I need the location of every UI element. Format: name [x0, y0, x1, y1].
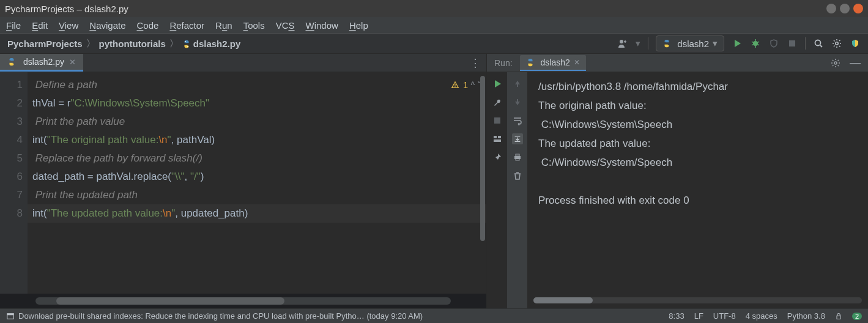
python-file-icon: [182, 40, 191, 48]
minimize-icon[interactable]: [826, 4, 836, 13]
chevron-right-icon: 〉: [169, 38, 179, 50]
status-bar: Download pre-built shared indexes: Reduc…: [0, 308, 868, 323]
caret-position[interactable]: 8:33: [669, 311, 684, 321]
svg-point-3: [753, 41, 758, 46]
down-arrow-icon[interactable]: [512, 97, 523, 108]
warning-icon: [451, 81, 459, 89]
svg-rect-8: [455, 86, 456, 87]
layout-icon[interactable]: [492, 133, 503, 144]
menu-code[interactable]: Code: [135, 19, 161, 32]
editor-tabs: dslash2.py ✕ ⋮: [0, 54, 486, 72]
soft-wrap-icon[interactable]: [512, 115, 523, 126]
up-arrow-icon[interactable]: [512, 78, 523, 89]
stop-icon[interactable]: [492, 115, 503, 126]
chevron-right-icon: 〉: [86, 38, 95, 50]
svg-point-9: [834, 62, 837, 64]
python-file-icon: [7, 58, 16, 66]
menu-refactor[interactable]: Refactor: [167, 19, 207, 32]
hide-panel-icon[interactable]: —: [850, 58, 861, 69]
close-tab-icon[interactable]: ✕: [69, 58, 76, 67]
editor-tab-active[interactable]: dslash2.py ✕: [0, 54, 83, 72]
stop-button[interactable]: [787, 38, 798, 49]
svg-point-2: [620, 40, 623, 43]
chevron-down-icon: ▾: [713, 38, 718, 49]
menu-vcs[interactable]: VCS: [273, 19, 297, 32]
svg-point-1: [187, 46, 188, 47]
breadcrumb[interactable]: PycharmProjects 〉 pythontutorials 〉 dsla…: [7, 38, 240, 50]
settings-gear-icon[interactable]: [831, 38, 842, 49]
svg-rect-7: [455, 84, 456, 86]
svg-rect-17: [516, 154, 519, 156]
menu-window[interactable]: Window: [303, 19, 341, 32]
run-button[interactable]: [732, 38, 743, 49]
run-toolbar: [487, 72, 527, 308]
breadcrumb-folder[interactable]: pythontutorials: [99, 39, 166, 49]
close-run-tab-icon[interactable]: ✕: [574, 58, 580, 67]
svg-rect-14: [517, 84, 518, 87]
python-interpreter[interactable]: Python 3.8: [787, 311, 825, 321]
run-horizontal-scrollbar[interactable]: [533, 297, 862, 303]
window-title: PycharmProjects – dslash2.py: [5, 4, 826, 14]
svg-rect-18: [516, 158, 519, 160]
svg-rect-13: [494, 139, 501, 142]
svg-rect-12: [498, 136, 501, 138]
shield-icon[interactable]: [850, 38, 861, 49]
menu-view[interactable]: View: [56, 19, 81, 32]
search-everywhere-icon[interactable]: [813, 38, 824, 49]
print-icon[interactable]: [512, 152, 523, 163]
debug-button[interactable]: [750, 38, 761, 49]
line-separator[interactable]: LF: [694, 311, 703, 321]
svg-rect-4: [789, 40, 795, 46]
editor-horizontal-scrollbar[interactable]: [35, 297, 451, 305]
notifications-badge[interactable]: 2: [852, 313, 862, 320]
breadcrumb-root[interactable]: PycharmProjects: [7, 39, 83, 49]
user-add-icon[interactable]: [617, 38, 628, 49]
run-header: Run: dslash2 ✕ —: [487, 54, 868, 72]
menu-navigate[interactable]: Navigate: [87, 19, 128, 32]
run-config-selector[interactable]: dslash2 ▾: [656, 35, 724, 51]
close-window-icon[interactable]: [853, 4, 863, 13]
svg-point-6: [836, 42, 838, 45]
svg-point-0: [185, 40, 186, 42]
trash-icon[interactable]: [512, 170, 523, 181]
lock-icon[interactable]: [835, 313, 842, 320]
wrench-icon[interactable]: [492, 97, 503, 108]
menu-help[interactable]: Help: [347, 19, 371, 32]
navigation-bar: PycharmProjects 〉 pythontutorials 〉 dsla…: [0, 33, 868, 54]
menubar: File Edit View Navigate Code Refactor Ru…: [0, 17, 868, 33]
titlebar: PycharmProjects – dslash2.py: [0, 0, 868, 17]
svg-rect-20: [7, 313, 14, 315]
run-tab[interactable]: dslash2 ✕: [520, 55, 586, 71]
more-vertical-icon[interactable]: ⋮: [469, 58, 480, 69]
run-label: Run:: [494, 58, 513, 68]
editor-vertical-scrollbar[interactable]: [479, 72, 486, 294]
pin-icon[interactable]: [492, 152, 503, 163]
svg-point-5: [815, 40, 821, 46]
maximize-icon[interactable]: [840, 4, 850, 13]
menu-run[interactable]: Run: [213, 19, 235, 32]
run-output[interactable]: /usr/bin/python3.8 /home/fahmida/Pychar …: [527, 72, 868, 308]
breadcrumb-file[interactable]: dslash2.py: [182, 39, 241, 49]
svg-rect-11: [494, 136, 497, 138]
scroll-to-end-icon[interactable]: [512, 133, 523, 144]
file-encoding[interactable]: UTF-8: [713, 311, 736, 321]
python-icon: [662, 39, 671, 48]
menu-file[interactable]: File: [4, 19, 23, 32]
code-editor[interactable]: 1 2 3 4 5 6 7 8 1 ^ ˅ Define a path thVa…: [0, 72, 486, 294]
editor-tab-label: dslash2.py: [23, 57, 64, 67]
menu-edit[interactable]: Edit: [29, 19, 50, 32]
gutter: 1 2 3 4 5 6 7 8: [0, 72, 28, 294]
svg-rect-15: [517, 99, 518, 102]
python-icon: [526, 58, 535, 67]
run-settings-gear-icon[interactable]: [830, 58, 841, 69]
processes-icon[interactable]: [6, 312, 15, 321]
indent-setting[interactable]: 4 spaces: [746, 311, 777, 321]
menu-tools[interactable]: Tools: [241, 19, 267, 32]
svg-rect-10: [494, 117, 500, 124]
status-message[interactable]: Download pre-built shared indexes: Reduc…: [18, 311, 423, 321]
coverage-button[interactable]: [768, 38, 779, 49]
svg-rect-21: [837, 316, 840, 319]
inspection-badge[interactable]: 1: [451, 76, 468, 94]
code-area[interactable]: 1 ^ ˅ Define a path thVal = r"C:\Windows…: [28, 72, 486, 294]
rerun-icon[interactable]: [492, 78, 503, 89]
